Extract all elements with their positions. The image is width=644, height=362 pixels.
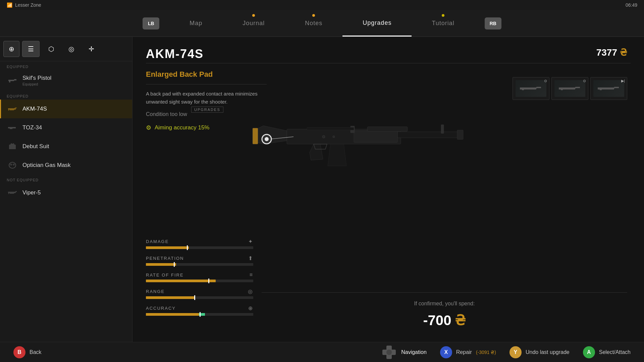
zone-info: 📶 Lesser Zone — [7, 2, 41, 8]
cost-amount: -700 ₴ — [262, 312, 627, 328]
damage-bar-bg — [146, 246, 253, 249]
icon-tab-list[interactable]: ☰ — [22, 41, 40, 57]
system-time: 06:49 — [626, 2, 637, 8]
weapon-divider — [146, 63, 631, 63]
dpad-icon — [382, 345, 396, 360]
currency-amount: 7377 — [596, 47, 617, 58]
smg-icon — [8, 188, 17, 197]
rof-bar-marker — [208, 279, 209, 283]
attach-divider — [146, 84, 267, 84]
inventory-list: Equipped Skif's Pistol Equipped Equipped… — [0, 61, 132, 202]
section-label-equipped2: Equipped — [0, 91, 132, 100]
item-debut-suit[interactable]: Debut Suit — [0, 137, 132, 156]
b-button-icon: B — [13, 346, 25, 358]
icon-tab-scope[interactable]: ◎ — [62, 41, 80, 57]
select-label: Select/Attach — [599, 349, 631, 355]
tab-tutorial[interactable]: Tutorial — [412, 10, 474, 37]
rb-button[interactable]: RB — [485, 17, 501, 29]
item-toz-34[interactable]: TOZ-34 — [0, 118, 132, 137]
system-bar: 📶 Lesser Zone 06:49 — [0, 0, 644, 10]
range-icon: ◎ — [248, 288, 253, 295]
back-button[interactable]: B Back — [13, 346, 42, 358]
svg-point-1 — [10, 164, 12, 166]
item-gas-mask[interactable]: Optician Gas Mask — [0, 156, 132, 175]
icon-tab-crosshair[interactable]: ⊕ — [3, 41, 19, 57]
svg-rect-8 — [367, 127, 408, 131]
rifle-icon — [8, 104, 17, 114]
stat-rate-of-fire: RATE OF FIRE ≡ — [146, 272, 253, 282]
item-viper-5[interactable]: Viper-5 — [0, 183, 132, 202]
tab-notes[interactable]: Notes — [285, 10, 342, 37]
tutorial-dot — [442, 14, 444, 17]
svg-rect-6 — [253, 128, 258, 144]
svg-rect-11 — [307, 127, 354, 130]
a-button-icon: A — [583, 346, 595, 358]
bottom-bar: B Back Navigation X Repair (-3091 ₴) Y U… — [0, 342, 644, 362]
svg-point-19 — [386, 350, 392, 355]
repair-button[interactable]: X Repair (-3091 ₴) — [440, 346, 496, 358]
lb-button[interactable]: LB — [143, 17, 159, 29]
damage-icon: ✦ — [248, 238, 253, 245]
sidebar: ⊕ ☰ ⬡ ◎ ✛ Equipped Skif's Pistol Equippe… — [0, 37, 132, 342]
stat-penetration-label: PENETRATION — [146, 256, 184, 261]
item-akm-74s[interactable]: AKM-74S — [0, 100, 132, 118]
item-name-akm: AKM-74S — [22, 106, 47, 112]
undo-button[interactable]: Y Undo last upgrade — [509, 346, 570, 358]
undo-label: Undo last upgrade — [526, 349, 570, 355]
mask-icon — [8, 161, 17, 170]
currency-display: 7377 ₴ — [596, 47, 627, 58]
stat-range-label: RANGE — [146, 289, 165, 294]
rof-bar-fill — [146, 280, 216, 282]
damage-bar-marker — [187, 245, 188, 250]
accuracy-bar-marker — [200, 312, 201, 317]
range-bar-bg — [146, 296, 253, 299]
zone-name: Lesser Zone — [15, 2, 41, 8]
section-label-not-equipped: Not equipped — [0, 175, 132, 183]
notes-dot — [312, 14, 315, 17]
weapon-svg — [240, 101, 468, 174]
back-label: Back — [30, 349, 42, 355]
stats-section: DAMAGE ✦ PENETRATION ⬆ RATE OF FIRE ≡ RA… — [146, 238, 253, 322]
stat-damage: DAMAGE ✦ — [146, 238, 253, 249]
svg-rect-4 — [397, 132, 458, 138]
repair-label: Repair — [456, 349, 472, 355]
repair-cost: (-3091 ₴) — [476, 350, 496, 355]
penetration-bar-marker — [174, 262, 175, 267]
penetration-bar-fill — [146, 263, 176, 266]
select-button[interactable]: A Select/Attach — [583, 346, 631, 358]
stat-accuracy-label: ACCURACY — [146, 306, 176, 311]
cost-panel: If confirmed, you'll spend: -700 ₴ — [262, 292, 627, 328]
item-skifs-pistol[interactable]: Skif's Pistol Equipped — [0, 70, 132, 91]
svg-point-16 — [265, 137, 269, 141]
penetration-bar-bg — [146, 263, 253, 266]
tab-map[interactable]: Map — [169, 10, 222, 37]
stat-damage-label: DAMAGE — [146, 239, 169, 244]
svg-rect-9 — [441, 125, 444, 133]
shotgun-icon — [8, 123, 17, 132]
pistol-icon — [8, 76, 17, 85]
icon-tab-shield[interactable]: ⬡ — [42, 41, 60, 57]
accuracy-bar-bg — [146, 313, 253, 316]
section-label-equipped1: Equipped — [0, 61, 132, 70]
penetration-icon: ⬆ — [248, 255, 253, 261]
navigation-control: Navigation — [382, 345, 427, 360]
tab-upgrades[interactable]: Upgrades — [342, 10, 412, 37]
cost-label: If confirmed, you'll spend: — [262, 301, 627, 307]
suit-icon — [8, 142, 17, 151]
svg-point-12 — [322, 135, 325, 138]
currency-icon: ₴ — [620, 47, 627, 58]
stat-rof-label: RATE OF FIRE — [146, 273, 184, 278]
stat-penetration: PENETRATION ⬆ — [146, 255, 253, 266]
y-button-icon: Y — [509, 346, 522, 358]
weapon-title: AKM-74S — [146, 47, 631, 61]
tab-journal[interactable]: Journal — [222, 10, 285, 37]
x-button-icon: X — [440, 346, 452, 358]
cost-currency-symbol: ₴ — [455, 312, 466, 328]
range-bar-marker — [194, 295, 195, 300]
accuracy-bar-fill — [146, 313, 205, 316]
svg-point-2 — [13, 164, 15, 166]
nav-tabs: LB Map Journal Notes Upgrades Tutorial R… — [0, 10, 644, 37]
item-sub-skifs-pistol: Equipped — [22, 82, 51, 86]
thumb-3[interactable]: ▶| — [590, 77, 627, 100]
icon-tab-target[interactable]: ✛ — [83, 41, 100, 57]
